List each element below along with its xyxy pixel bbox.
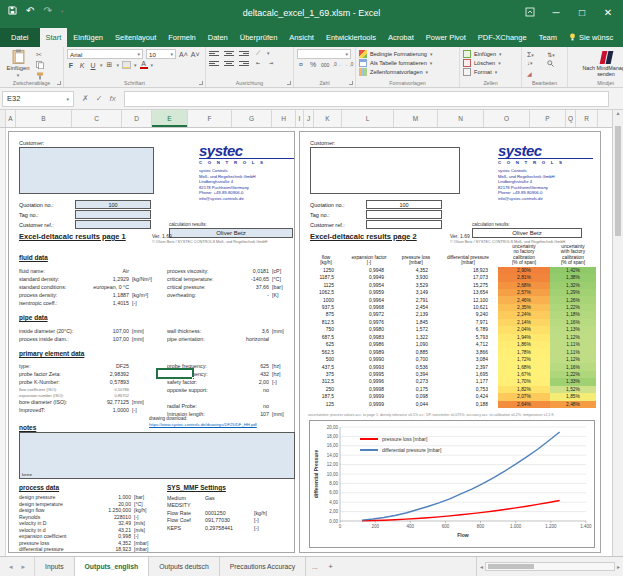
column-header[interactable]: F (188, 110, 232, 127)
worksheet[interactable]: Customer: systec C O N T R O L S systec … (0, 128, 612, 556)
enter-icon[interactable]: ✓ (96, 94, 103, 103)
column-header[interactable]: L (342, 110, 394, 127)
ribbon-tab[interactable]: Einfügen (67, 28, 109, 47)
column-header[interactable]: A (6, 110, 16, 127)
quotation-value-box[interactable] (75, 210, 151, 219)
table-row[interactable]: 750 0,9980 1,572 6,789 2,04% 1,13% (308, 326, 596, 333)
table-row[interactable]: 250 0,9998 0,175 0,753 1,82% 1,52% (308, 386, 596, 393)
align-center-icon[interactable] (224, 59, 234, 67)
vertical-scrollbar[interactable]: ▲ (612, 110, 623, 556)
column-header[interactable]: P (530, 110, 566, 127)
align-bottom-icon[interactable] (239, 49, 249, 57)
drawing-download-link[interactable]: https://www.systec-controls.de/drawings/… (149, 422, 257, 427)
table-row[interactable]: 937,5 0,9968 2,454 10,621 2,35% 1,22% (308, 304, 596, 311)
account-name[interactable]: Oliver Betz (619, 28, 623, 47)
table-row[interactable]: 500 0,9990 0,700 3,084 1,72% 1,12% (308, 356, 596, 363)
column-header[interactable]: J (304, 110, 314, 127)
column-header[interactable]: Q (566, 110, 576, 127)
alignment-dialog-launcher-icon[interactable] (287, 81, 291, 85)
table-row[interactable]: 187,5 0,9999 0,098 0,424 2,07% 1,85% (308, 393, 596, 400)
quotation-value-box[interactable] (366, 220, 442, 229)
sort-filter-icon[interactable]: ⇅▾ (547, 51, 563, 58)
flow-chart[interactable]: 0,002,004,006,008,0010,0012,0014,0016,00… (309, 420, 595, 548)
undo-icon[interactable]: ↶ (26, 5, 34, 16)
formula-input[interactable] (124, 91, 609, 107)
scroll-up-icon[interactable]: ▲ (616, 110, 621, 116)
selected-cell-E32[interactable] (156, 368, 194, 379)
ribbon-tab[interactable]: Team (533, 28, 563, 47)
autosum-icon[interactable]: Σ▾ (527, 51, 542, 58)
column-header[interactable]: E (152, 110, 188, 127)
minimize-button[interactable]: ─ (543, 0, 569, 24)
tab-tell-me[interactable]: Sie wünsc (563, 28, 619, 47)
quotation-value-box[interactable] (366, 210, 442, 219)
align-left-icon[interactable] (209, 59, 219, 67)
clipboard-dialog-launcher-icon[interactable] (57, 81, 61, 85)
ribbon-tab[interactable]: Entwicklertools (320, 28, 382, 47)
paste-button[interactable]: Einfügen ▾ (3, 49, 33, 78)
horizontal-scrollbar[interactable]: ◂ ▸ (476, 557, 623, 576)
increase-font-icon[interactable]: A˄ (179, 51, 188, 58)
new-sheet-button[interactable]: + (324, 557, 338, 576)
table-row[interactable]: 1250 0,9948 4,352 18,923 2,90% 1,42% (308, 267, 596, 274)
quotation-value-box[interactable]: 100 (366, 200, 442, 209)
column-header[interactable]: R (576, 110, 598, 127)
customer-input-box[interactable] (310, 147, 460, 194)
column-header[interactable]: K (314, 110, 342, 127)
calc-results-box[interactable]: Oliver Betz (472, 228, 582, 238)
orientation-icon[interactable]: ⟋ (254, 50, 262, 57)
percent-icon[interactable]: % (309, 61, 317, 68)
table-row[interactable]: 687,5 0,9983 1,322 5,793 1,94% 1,12% (308, 334, 596, 341)
align-right-icon[interactable] (239, 59, 249, 67)
ribbon-tab[interactable]: Seitenlayout (109, 28, 162, 47)
sheet-tabs-overflow[interactable]: ... (306, 557, 324, 576)
column-header[interactable]: N (438, 110, 484, 127)
underline-icon[interactable]: U (89, 62, 97, 69)
table-row[interactable]: 562,5 0,9989 0,885 3,866 1,78% 1,11% (308, 348, 596, 355)
ribbon-display-options-icon[interactable] (517, 0, 543, 24)
column-header[interactable]: D (122, 110, 152, 127)
calc-results-box[interactable]: Oliver Betz (169, 228, 293, 238)
next-sheet-icon[interactable]: ▸ (22, 563, 26, 571)
notes-box[interactable]: keine (19, 432, 295, 479)
font-size-select[interactable]: 10▾ (146, 49, 176, 59)
cancel-icon[interactable]: ✗ (82, 94, 89, 103)
ribbon-tab[interactable]: Daten (202, 28, 234, 47)
table-row[interactable]: 375 0,9995 0,394 1,695 1,67% 1,22% (308, 371, 596, 378)
vertical-scroll-thumb[interactable] (615, 126, 621, 236)
bold-icon[interactable]: F (67, 62, 75, 69)
increase-decimal-icon[interactable]: ,0→ (333, 62, 341, 67)
font-dialog-launcher-icon[interactable] (199, 81, 203, 85)
scroll-left-icon[interactable]: ◂ (480, 563, 483, 570)
scroll-right-icon[interactable]: ▸ (617, 563, 620, 570)
redo-icon[interactable]: ↷ (43, 5, 51, 16)
number-format-select[interactable]: ▾ (297, 49, 351, 59)
format-cells-button[interactable]: Format▾ (463, 67, 519, 76)
italic-icon[interactable]: K (78, 62, 86, 69)
clear-icon[interactable]: ◢ (527, 70, 542, 77)
fill-handle[interactable] (192, 377, 195, 380)
ribbon-tab[interactable]: Überprüfen (234, 28, 284, 47)
qat-customize-icon[interactable]: ▾ (61, 8, 64, 14)
table-row[interactable]: 312,5 0,9996 0,273 1,177 1,70% 1,33% (308, 378, 596, 385)
table-row[interactable]: 1062,5 0,9959 3,149 13,654 2,57% 1,29% (308, 289, 596, 296)
borders-icon[interactable]: ⊞ (106, 61, 114, 69)
decrease-indent-icon[interactable]: ⇤ (254, 60, 262, 66)
sheet-tab[interactable]: Outputs_english (75, 557, 150, 576)
table-row[interactable]: 125 0,9999 0,044 0,188 2,64% 2,48% (308, 401, 596, 408)
ribbon-tab[interactable]: Formeln (162, 28, 202, 47)
quotation-value-box[interactable] (75, 220, 151, 229)
align-top-icon[interactable] (209, 49, 219, 57)
accounting-format-icon[interactable]: ¤ (297, 61, 305, 68)
table-row[interactable]: 1125 0,9954 3,529 15,275 2,68% 1,32% (308, 282, 596, 289)
conditional-formatting-button[interactable]: Bedingte Formatierung▾ (359, 49, 457, 58)
tab-datei[interactable]: Datei (0, 28, 40, 47)
table-row[interactable]: 875 0,9972 2,139 9,240 2,24% 1,18% (308, 311, 596, 318)
ribbon-tab[interactable]: Start (40, 28, 68, 47)
save-icon[interactable] (8, 6, 17, 15)
cell-styles-button[interactable]: Zellenformatvorlagen▾ (359, 67, 457, 76)
column-header[interactable]: G (232, 110, 272, 127)
table-row[interactable]: 1187,5 0,9949 3,930 17,073 2,81% 1,38% (308, 274, 596, 281)
column-header[interactable]: I (296, 110, 304, 127)
delete-cells-button[interactable]: Löschen▾ (463, 58, 519, 67)
